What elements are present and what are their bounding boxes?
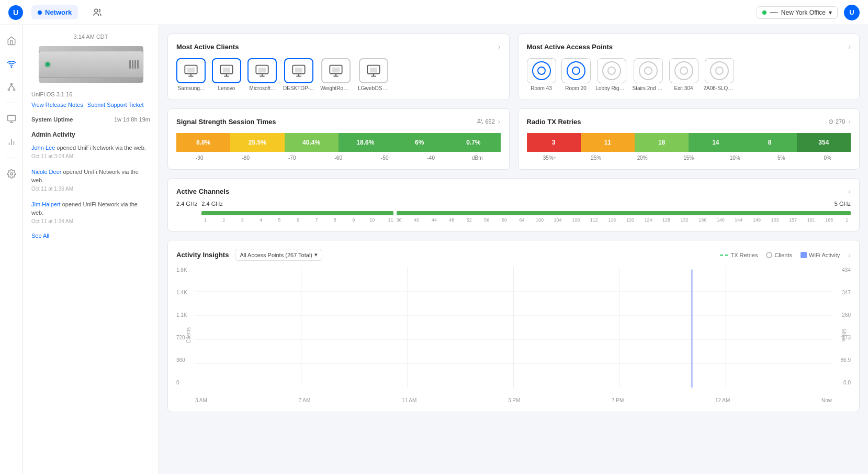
channel-label-52: 52 [466, 217, 473, 223]
client-item-1[interactable]: Lenovo [212, 58, 241, 91]
sidebar [0, 25, 23, 474]
admin-activity-title: Admin Activity [31, 131, 150, 138]
activity-time-0: Oct 11 at 3:08 AM [31, 152, 150, 160]
channel-label-56: 56 [483, 217, 490, 223]
rtx-chevron[interactable]: › [848, 117, 851, 126]
y-right-2: 260 [832, 312, 851, 318]
ap-selector-chevron: ▾ [314, 251, 318, 258]
legend-wifi-icon [801, 252, 807, 258]
rtx-bar-labels: 35%+ 25% 20% 15% 10% 5% 0% [527, 155, 851, 161]
ss-bar-5: 0.7% [446, 133, 500, 152]
channel-label-3: 3 [239, 217, 246, 223]
ac-chevron[interactable]: › [848, 187, 851, 195]
client-item-0[interactable]: Samsung... [176, 58, 206, 91]
sidebar-icon-wifi[interactable] [2, 54, 21, 73]
channel-label-100: 100 [536, 217, 544, 223]
channel-label-140: 140 [717, 217, 725, 223]
site-selector[interactable]: New York Office ▾ [757, 6, 838, 19]
rtx-bar-2: 18 [635, 133, 689, 152]
channel-label-144: 144 [735, 217, 742, 223]
channel-label-11: 11 [387, 217, 394, 223]
channel-label-4: 4 [257, 217, 265, 223]
user-avatar[interactable]: U [844, 5, 860, 20]
top-nav: U Network New York Office ▾ U [0, 0, 868, 25]
svg-point-4 [13, 89, 15, 91]
ss-label-1: -80 [223, 155, 269, 161]
legend-clients-label: Clients [774, 252, 792, 258]
svg-point-3 [8, 89, 9, 91]
client-item-2[interactable]: Microsoft... [247, 58, 277, 91]
legend-clients-icon [766, 252, 772, 258]
client-icon-3 [284, 58, 313, 83]
ap-item-5[interactable]: 2A08-SLQA-... [704, 58, 735, 91]
rtx-bars: 3 11 18 14 8 354 [527, 133, 851, 152]
nav-right: New York Office ▾ U [757, 5, 860, 20]
activity-time-2: Oct 11 at 1:34 AM [31, 217, 150, 225]
ap-selector[interactable]: All Access Points (267 Total) ▾ [235, 249, 322, 261]
ap-item-1[interactable]: Room 20 [561, 58, 591, 91]
active-channels-row: Active Channels › 2.4 GHz 2.4 GHz5 GHz12… [167, 178, 860, 232]
ss-chevron[interactable]: › [498, 117, 501, 126]
ap-item-2[interactable]: Lobby Right... [596, 58, 627, 91]
ap-item-4[interactable]: Exit 304 [669, 58, 698, 91]
y-left-5: 0 [176, 380, 195, 385]
rtx-label-5: 5% [758, 155, 805, 161]
x-label-1: 7 AM [298, 398, 310, 403]
sidebar-icon-stats[interactable] [2, 133, 21, 151]
chart-x-labels: 3 AM 7 AM 11 AM 3 PM 7 PM 12 AM Now [195, 398, 832, 403]
clients-row: Samsung... Lenovo Microsoft... [176, 58, 501, 91]
channel-label-7: 7 [313, 217, 320, 223]
activity-name-1[interactable]: Nicole Deer [31, 169, 61, 175]
band-5-bar [397, 211, 851, 215]
uptime-label: System Uptime [31, 116, 73, 123]
svg-point-0 [95, 9, 98, 12]
sidebar-icon-topology[interactable] [2, 78, 21, 96]
nav-tab-network[interactable]: Network [31, 5, 78, 19]
client-name-0: Samsung... [178, 85, 205, 91]
nav-tab-users[interactable] [86, 5, 108, 20]
nav-dot [38, 10, 42, 15]
ap-item-3[interactable]: Stairs 2nd floor [633, 58, 664, 91]
client-icon-0 [176, 58, 206, 83]
mac-chevron[interactable]: › [498, 42, 501, 51]
channel-label-10: 10 [368, 217, 376, 223]
channel-label-2: 2 [220, 217, 228, 223]
svg-point-1 [11, 67, 12, 68]
top-row: Most Active Clients › Samsung... Lenovo [167, 34, 860, 100]
mac-header: Most Active Clients › [176, 42, 501, 51]
sidebar-icon-clients[interactable] [2, 109, 21, 128]
ss-bar-3: 18.6% [339, 133, 392, 152]
sidebar-icon-settings[interactable] [2, 164, 21, 183]
ai-chevron[interactable]: › [848, 251, 851, 259]
support-links: View Release Notes Submit Support Ticket [31, 102, 150, 108]
see-all-link[interactable]: See All [31, 233, 150, 239]
activity-name-2[interactable]: Jim Halpert [31, 201, 61, 207]
ss-label-0: -90 [176, 155, 223, 161]
client-name-1: Lenovo [218, 85, 235, 91]
rtx-label-1: 25% [573, 155, 619, 161]
ap-item-0[interactable]: Room 43 [527, 58, 556, 91]
view-release-notes-link[interactable]: View Release Notes [31, 102, 83, 108]
client-item-4[interactable]: WeightRomOf... [320, 58, 352, 91]
activity-name-0[interactable]: John Lee [31, 145, 55, 151]
main-content: Most Active Clients › Samsung... Lenovo [159, 25, 868, 474]
x-label-2: 11 AM [402, 398, 416, 403]
submit-support-link[interactable]: Submit Support Ticket [87, 102, 144, 108]
y-right-4: 86.9 [832, 357, 851, 363]
client-item-3[interactable]: DESKTOP-... [283, 58, 314, 91]
client-item-5[interactable]: LGwebOSTTV [358, 58, 389, 91]
ai-legend: TX Retries Clients WiFi Activity › [720, 251, 851, 259]
clients-axis-label: Clients [186, 327, 191, 344]
ss-bar-4: 6% [392, 133, 446, 152]
most-active-aps-card: Most Active Access Points › Room 43 [518, 34, 860, 100]
ss-badge[interactable]: 652 [477, 118, 494, 125]
site-line-icon [770, 12, 778, 13]
x-label-6: Now [821, 398, 832, 403]
svg-point-38 [478, 119, 480, 122]
svg-line-6 [12, 85, 14, 89]
sidebar-icon-home[interactable] [2, 31, 21, 50]
logo[interactable]: U [8, 5, 23, 20]
rtx-badge[interactable]: ⊙ 270 [828, 118, 845, 125]
maap-chevron[interactable]: › [848, 42, 851, 51]
activity-time-1: Oct 11 at 1:36 AM [31, 185, 150, 193]
